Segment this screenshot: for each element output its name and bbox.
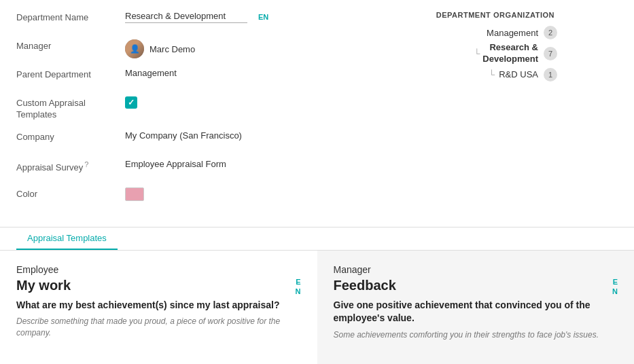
org-label-rdusa: R&D USA: [499, 69, 538, 79]
custom-appraisal-checkbox[interactable]: [125, 96, 137, 109]
org-connector-rd: └: [474, 48, 480, 58]
manager-template-title: Feedback: [334, 278, 396, 293]
manager-lang-tags: E N: [612, 278, 618, 295]
dept-name-en-badge: EN: [258, 13, 268, 21]
org-chart-title: DEPARTMENT ORGANIZATION: [383, 11, 560, 19]
appraisal-survey-row: Appraisal Survey? Employee Appraisal For…: [16, 159, 356, 178]
custom-appraisal-row: Custom Appraisal Templates: [16, 96, 356, 121]
org-connector-rdusa: └: [489, 69, 495, 79]
manager-template-hint: Some achievements comforting you in thei…: [334, 329, 618, 341]
employee-template-question: What are my best achievement(s) since my…: [16, 299, 301, 312]
manager-label: Manager: [16, 39, 125, 51]
form-org-section: Department Name EN Manager 👤 Marc Demo P: [0, 0, 634, 227]
templates-section: Employee My work E N What are my best ac…: [0, 251, 634, 364]
employee-title-block: My work: [16, 278, 71, 299]
color-label: Color: [16, 187, 125, 199]
color-value: [125, 187, 356, 201]
employee-lang-tags: E N: [296, 278, 301, 295]
tab-appraisal-templates[interactable]: Appraisal Templates: [16, 228, 118, 250]
company-row: Company My Company (San Francisco): [16, 130, 356, 149]
parent-dept-label: Parent Department: [16, 68, 125, 79]
manager-row: Manager 👤 Marc Demo: [16, 39, 356, 58]
org-chart: DEPARTMENT ORGANIZATION Management 2 └ R…: [383, 11, 560, 216]
org-badge-management: 2: [544, 26, 557, 39]
employee-template-header: My work E N: [16, 278, 301, 299]
org-row-rdusa: └ R&D USA 1: [489, 68, 557, 81]
company-label: Company: [16, 130, 125, 142]
org-badge-rdusa: 1: [544, 68, 557, 81]
color-swatch[interactable]: [125, 187, 144, 201]
manager-name: Marc Demo: [149, 44, 195, 54]
color-row: Color: [16, 187, 356, 206]
dept-name-row: Department Name EN: [16, 11, 356, 30]
employee-lang-tag-n: N: [296, 287, 301, 295]
custom-appraisal-label: Custom Appraisal Templates: [16, 96, 125, 121]
avatar-image: 👤: [125, 39, 144, 58]
dept-name-value: EN: [125, 11, 356, 23]
org-rdusa-label-group: └ R&D USA: [489, 69, 538, 79]
custom-appraisal-value: [125, 96, 356, 109]
manager-title-block: Feedback: [334, 278, 396, 299]
employee-template-hint: Describe something that made you proud, …: [16, 316, 301, 339]
manager-template-question: Give one positive achievement that convi…: [334, 299, 618, 325]
employee-role-label: Employee: [16, 264, 301, 275]
template-col-employee: Employee My work E N What are my best ac…: [0, 251, 317, 364]
manager-lang-tag-e: E: [613, 278, 618, 286]
employee-template-title: My work: [16, 278, 71, 293]
company-value: My Company (San Francisco): [125, 130, 356, 141]
appraisal-survey-label: Appraisal Survey?: [16, 159, 125, 172]
tabs-bar: Appraisal Templates: [0, 228, 634, 251]
org-label-rd: Research &Development: [482, 42, 538, 65]
org-badge-rd: 7: [544, 47, 557, 60]
manager-value: 👤 Marc Demo: [125, 39, 356, 58]
template-col-manager: Manager Feedback E N Give one positive a…: [317, 251, 635, 364]
tabs-section: Appraisal Templates: [0, 227, 634, 251]
org-rd-label-group: └ Research &Development: [474, 42, 538, 65]
manager-role-label: Manager: [334, 264, 618, 275]
page: Department Name EN Manager 👤 Marc Demo P: [0, 0, 634, 364]
manager-lang-tag-n: N: [612, 287, 618, 295]
appraisal-survey-help-icon: ?: [84, 160, 88, 168]
appraisal-survey-value: Employee Appraisal Form: [125, 159, 356, 169]
avatar: 👤: [125, 39, 144, 58]
form-fields: Department Name EN Manager 👤 Marc Demo P: [16, 11, 356, 216]
parent-dept-value: Management: [125, 68, 356, 78]
org-row-rd: └ Research &Development 7: [474, 42, 557, 65]
employee-lang-tag-e: E: [296, 278, 300, 286]
parent-dept-row: Parent Department Management: [16, 68, 356, 87]
org-label-management: Management: [487, 28, 538, 38]
manager-template-header: Feedback E N: [334, 278, 618, 299]
org-row-management: Management 2: [487, 26, 557, 39]
org-tree: Management 2 └ Research &Development 7 └…: [383, 26, 560, 84]
dept-name-label: Department Name: [16, 11, 125, 22]
dept-name-input[interactable]: [125, 11, 247, 23]
